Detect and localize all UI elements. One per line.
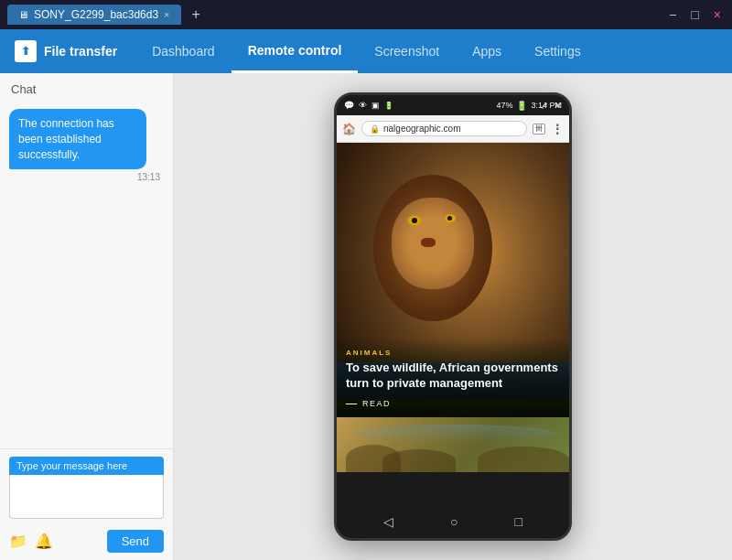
read-link[interactable]: READ [346, 399, 560, 408]
phone-nav-bar: ◁ ○ □ [337, 505, 569, 538]
chat-message: The connection has been established succ… [9, 109, 146, 169]
status-left-icons: 💬 👁 ▣ 🔋 [344, 101, 393, 110]
nav-screenshot[interactable]: Screenshot [358, 29, 456, 73]
chat-header: Chat [0, 73, 173, 102]
chat-message-time: 13:13 [9, 172, 164, 182]
back-button[interactable]: ◁ [383, 514, 393, 529]
landscape-hill-3 [478, 447, 569, 472]
home-button[interactable]: ○ [450, 514, 458, 529]
close-button[interactable]: × [710, 7, 725, 22]
phone-content: ANIMALS To save wildlife, African govern… [337, 143, 569, 505]
recent-apps-button[interactable]: □ [515, 514, 522, 529]
frame-close-icon[interactable]: ✕ [554, 100, 562, 112]
lion-nose [421, 238, 436, 247]
battery-percentage: 47% [496, 101, 512, 110]
chat-input-label: Type your message here [9, 457, 164, 475]
eye-icon: 👁 [359, 101, 367, 110]
tab-close-icon[interactable]: × [164, 9, 169, 20]
nav-items: Dashboard Remote control Screenshot Apps… [135, 29, 597, 73]
battery-charging-icon: 🔋 [384, 102, 393, 110]
title-bar-left: 🖥 SONY_G2299_bac3d6d3 × + [7, 5, 204, 25]
screen-icon: ▣ [371, 101, 380, 110]
sidebar: Chat The connection has been established… [0, 73, 174, 560]
phone-browser-bar: 🏠 🔒 nalgeographic.com 卌 ⋮ [337, 115, 569, 143]
notification-button[interactable]: 🔔 [35, 533, 53, 550]
browser-url-bar[interactable]: 🔒 nalgeographic.com [361, 121, 527, 136]
landscape-hill-2 [382, 449, 456, 472]
chat-messages: The connection has been established succ… [0, 102, 173, 448]
attach-file-button[interactable]: 📁 [9, 533, 27, 550]
read-label: READ [362, 399, 391, 408]
new-tab-button[interactable]: + [188, 6, 204, 23]
article-headline: To save wildlife, African governments tu… [346, 361, 560, 392]
url-text: nalgeographic.com [383, 124, 461, 134]
frame-controls: ⤢ ✕ [540, 100, 562, 112]
phone-status-bar: 💬 👁 ▣ 🔋 47% 🔋 3:14 PM [337, 95, 569, 115]
battery-icon: 🔋 [516, 101, 527, 111]
nav-apps[interactable]: Apps [456, 29, 518, 73]
article-thumbnail [337, 417, 569, 472]
nav-settings[interactable]: Settings [518, 29, 597, 73]
lion-illustration [364, 161, 511, 344]
title-bar: 🖥 SONY_G2299_bac3d6d3 × + − □ × [0, 0, 732, 29]
message-icon: 💬 [344, 101, 354, 110]
article-category: ANIMALS [346, 349, 560, 357]
window-controls: − □ × [665, 7, 725, 22]
phone-frame: ⤢ ✕ 💬 👁 ▣ 🔋 47% 🔋 3:14 PM 🏠 [334, 92, 572, 541]
chat-input-area: Type your message here 📁 🔔 Send [0, 448, 173, 560]
read-line-decoration [346, 404, 357, 404]
nav-bar: ⬆ File transfer Dashboard Remote control… [0, 29, 732, 73]
chat-icon-buttons: 📁 🔔 [9, 533, 53, 550]
chat-text-input[interactable] [9, 475, 164, 519]
hero-image: ANIMALS To save wildlife, African govern… [337, 143, 569, 417]
app-logo: ⬆ File transfer [15, 40, 117, 62]
nav-dashboard[interactable]: Dashboard [135, 29, 231, 73]
article-overlay: ANIMALS To save wildlife, African govern… [337, 338, 569, 417]
lion-eye-left [408, 216, 421, 225]
nav-remote-control[interactable]: Remote control [231, 29, 359, 73]
logo-icon: ⬆ [15, 40, 37, 62]
chat-message-text: The connection has been established succ… [18, 117, 114, 161]
phone-area: ⤢ ✕ 💬 👁 ▣ 🔋 47% 🔋 3:14 PM 🏠 [174, 73, 732, 560]
lion-eye-right [445, 214, 456, 222]
main-layout: Chat The connection has been established… [0, 73, 732, 560]
maximize-button[interactable]: □ [687, 7, 702, 22]
tab-favicon: 🖥 [18, 9, 28, 20]
tab-label: SONY_G2299_bac3d6d3 [34, 8, 158, 21]
browser-tab[interactable]: 🖥 SONY_G2299_bac3d6d3 × [7, 5, 181, 25]
browser-home-icon[interactable]: 🏠 [342, 123, 356, 135]
browser-menu-icon[interactable]: ⋮ [551, 122, 564, 136]
chat-actions: 📁 🔔 Send [9, 530, 164, 553]
send-button[interactable]: Send [107, 530, 164, 553]
lock-icon: 🔒 [370, 124, 380, 134]
app-name: File transfer [44, 44, 117, 59]
tab-count-icon[interactable]: 卌 [533, 124, 545, 135]
expand-icon[interactable]: ⤢ [540, 100, 548, 112]
minimize-button[interactable]: − [665, 7, 680, 22]
